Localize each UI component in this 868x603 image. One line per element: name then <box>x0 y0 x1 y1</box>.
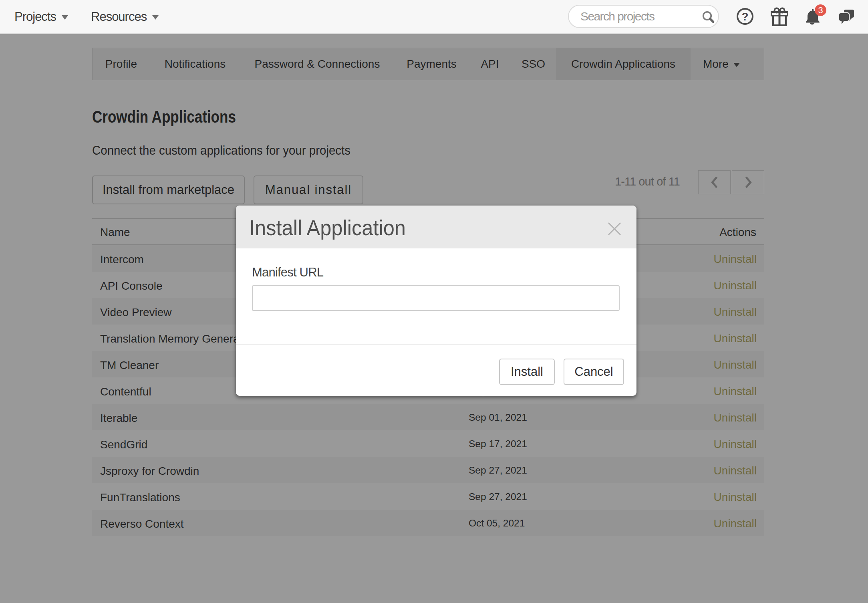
svg-text:?: ? <box>741 10 748 23</box>
svg-text:3: 3 <box>818 5 823 15</box>
